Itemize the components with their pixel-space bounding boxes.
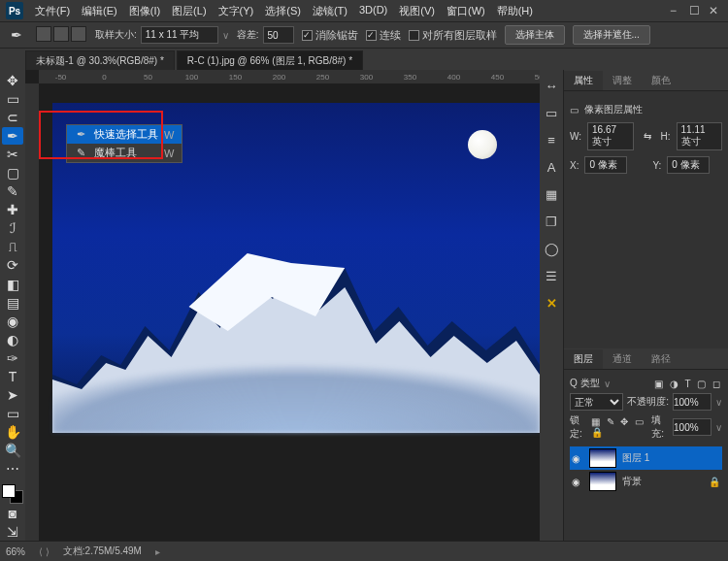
menu-3D(D)[interactable]: 3D(D) <box>353 2 393 20</box>
type-tool[interactable]: T <box>2 368 23 385</box>
properties-title: 像素图层属性 <box>584 103 643 116</box>
zoom-level[interactable]: 66% <box>6 546 25 557</box>
pen-tool[interactable]: ✑ <box>2 349 23 367</box>
menu-文字(Y)[interactable]: 文字(Y) <box>213 2 260 20</box>
quick-select-tool[interactable]: ✒ <box>2 127 23 145</box>
opacity-input[interactable] <box>673 393 711 411</box>
zoom-tool[interactable]: 🔍 <box>2 442 23 459</box>
menu-编辑(E)[interactable]: 编辑(E) <box>76 2 123 20</box>
right-panels: 属性调整颜色 ▭像素图层属性 W: 16.67 英寸 ⇆ H: 11.11 英寸… <box>563 70 728 541</box>
menu-图像(I)[interactable]: 图像(I) <box>123 2 166 20</box>
zoom-nav-icon[interactable]: ⟨ ⟩ <box>39 546 50 557</box>
doc-tab[interactable]: R-C (1).jpg @ 66% (图层 1, RGB/8#) * <box>177 50 363 70</box>
shape-tool[interactable]: ▭ <box>2 405 23 422</box>
menu-滤镜(T)[interactable]: 滤镜(T) <box>307 2 353 20</box>
canvas-area: -50050100150200250300350400450500 ✒快速选择工… <box>25 70 563 541</box>
eraser-tool[interactable]: ◧ <box>2 276 23 293</box>
lock-icons[interactable]: ▦ ✎ ✥ ▭ 🔒 <box>591 416 648 438</box>
document-tabs: 未标题-1 @ 30.3%(RGB/8#) *R-C (1).jpg @ 66%… <box>0 49 728 70</box>
fg-bg-swatch[interactable] <box>2 484 23 504</box>
layers-tab[interactable]: 图层 <box>564 349 603 369</box>
move-tool[interactable]: ✥ <box>2 72 23 89</box>
prop-tab[interactable]: 属性 <box>564 71 603 90</box>
window-close[interactable]: ✕ <box>709 4 718 17</box>
antialias-checkbox[interactable]: 消除锯齿 <box>302 28 358 43</box>
flyout-item[interactable]: ✎魔棒工具W <box>67 144 182 162</box>
window-minimize[interactable]: − <box>670 4 679 17</box>
layers-panel: Q 类型 ∨ ▣ ◑ T ▢ ◻ 正常 不透明度: ∨ 锁定: ▦ ✎ ✥ ▭ … <box>564 370 728 541</box>
canvas-view[interactable]: ✒快速选择工具W✎魔棒工具W <box>39 83 563 541</box>
marquee-tool[interactable]: ▭ <box>2 90 23 108</box>
rstrip-icon-4[interactable]: ▦ <box>542 184 561 204</box>
layer-thumb <box>589 472 616 491</box>
select-and-mask-button[interactable]: 选择并遮住... <box>573 25 650 45</box>
menu-选择(S)[interactable]: 选择(S) <box>259 2 307 20</box>
visibility-icon[interactable]: ◉ <box>572 477 583 487</box>
flyout-item[interactable]: ✒快速选择工具W <box>67 125 182 144</box>
window-max[interactable]: ☐ <box>689 4 699 17</box>
all-layers-checkbox[interactable]: 对所有图层取样 <box>409 28 497 43</box>
doc-tab[interactable]: 未标题-1 @ 30.3%(RGB/8#) * <box>25 50 175 70</box>
clouds-shape <box>52 355 540 433</box>
prop-tab[interactable]: 颜色 <box>642 71 680 90</box>
current-tool-icon[interactable]: ✒ <box>6 24 27 46</box>
status-bar: 66% ⟨ ⟩ 文档:2.75M/5.49M ▸ <box>0 541 728 561</box>
rstrip-icon-1[interactable]: ▭ <box>542 103 561 122</box>
dodge-tool[interactable]: ◐ <box>2 331 23 348</box>
doc-size: 文档:2.75M/5.49M <box>63 544 142 558</box>
layers-tab[interactable]: 通道 <box>603 349 642 369</box>
w-field[interactable]: 16.67 英寸 <box>587 122 633 150</box>
visibility-icon[interactable]: ◉ <box>572 453 583 464</box>
y-field[interactable]: 0 像素 <box>667 156 710 174</box>
edit-toolbar[interactable]: ⋯ <box>2 460 23 478</box>
properties-panel: ▭像素图层属性 W: 16.67 英寸 ⇆ H: 11.11 英寸 X: 0 像… <box>564 91 728 185</box>
rstrip-icon-0[interactable]: ↔ <box>542 76 561 95</box>
layers-tabs: 图层通道路径 <box>564 348 728 370</box>
rstrip-icon-7[interactable]: ☰ <box>542 266 561 285</box>
prop-tab[interactable]: 调整 <box>603 71 642 90</box>
eyedropper-tool[interactable]: ✎ <box>2 182 23 200</box>
menu-图层(L)[interactable]: 图层(L) <box>166 2 212 20</box>
tolerance-input[interactable] <box>263 26 294 44</box>
rstrip-icon-6[interactable]: ◯ <box>542 239 561 258</box>
quickmask-toggle[interactable]: ◙ <box>2 505 23 522</box>
stamp-tool[interactable]: ⎍ <box>2 238 23 255</box>
ruler-horizontal: -50050100150200250300350400450500 <box>39 70 563 83</box>
options-bar: ✒ 取样大小: ∨ 容差: 消除锯齿 连续 对所有图层取样 选择主体 选择并遮住… <box>0 21 728 49</box>
x-field[interactable]: 0 像素 <box>584 156 627 174</box>
x-label: X: <box>570 160 579 171</box>
w-label: W: <box>570 131 581 142</box>
frame-tool[interactable]: ▢ <box>2 164 23 182</box>
gradient-tool[interactable]: ▤ <box>2 294 23 312</box>
rstrip-icon-3[interactable]: A <box>542 157 561 177</box>
screenmode-toggle[interactable]: ⇲ <box>2 523 23 541</box>
brush-tool[interactable]: ℐ <box>2 219 23 237</box>
healing-tool[interactable]: ✚ <box>2 201 23 218</box>
menu-帮助(H)[interactable]: 帮助(H) <box>491 2 539 20</box>
sample-size-input[interactable] <box>141 26 218 44</box>
fill-input[interactable] <box>673 418 711 436</box>
contiguous-checkbox[interactable]: 连续 <box>366 28 401 43</box>
h-field[interactable]: 11.11 英寸 <box>677 122 722 150</box>
flyout-icon: ✎ <box>73 147 88 159</box>
menu-窗口(W)[interactable]: 窗口(W) <box>441 2 491 20</box>
layers-tab[interactable]: 路径 <box>642 349 680 369</box>
path-select-tool[interactable]: ➤ <box>2 386 23 404</box>
rstrip-icon-8[interactable]: ✕ <box>542 293 561 313</box>
lasso-tool[interactable]: ⊂ <box>2 109 23 126</box>
menu-视图(V)[interactable]: 视图(V) <box>393 2 441 20</box>
history-brush-tool[interactable]: ⟳ <box>2 256 23 274</box>
crop-tool[interactable]: ✂ <box>2 146 23 163</box>
rstrip-icon-2[interactable]: ≡ <box>542 130 561 149</box>
tolerance-label: 容差: <box>237 26 294 44</box>
lock-label: 锁定: <box>570 413 587 441</box>
layer-item[interactable]: ◉图层 1 <box>570 446 722 470</box>
menu-文件(F)[interactable]: 文件(F) <box>29 2 76 20</box>
rstrip-icon-5[interactable]: ❐ <box>542 212 561 231</box>
opacity-label: 不透明度: <box>627 395 669 409</box>
hand-tool[interactable]: ✋ <box>2 423 23 441</box>
layer-item[interactable]: ◉背景🔒 <box>570 470 722 493</box>
blur-tool[interactable]: ◉ <box>2 313 23 330</box>
blend-mode-select[interactable]: 正常 <box>570 393 623 411</box>
select-subject-button[interactable]: 选择主体 <box>505 25 565 45</box>
